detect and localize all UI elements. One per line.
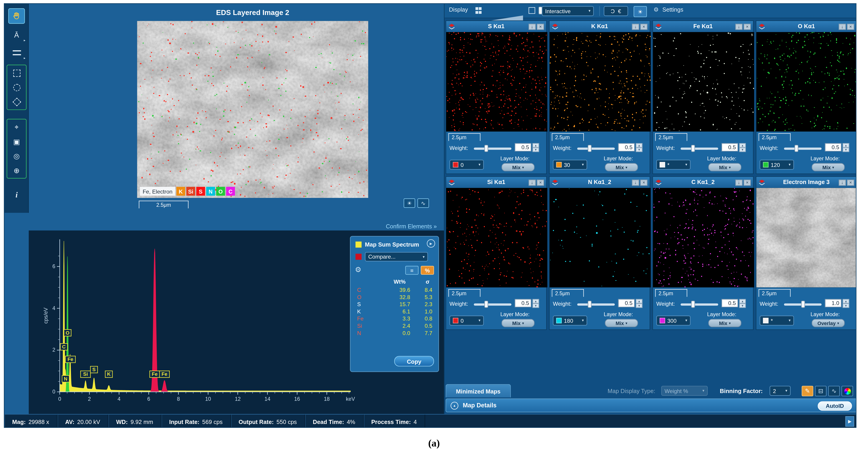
compare-dropdown[interactable]: Compare... ▾ bbox=[365, 252, 428, 261]
select-polygon-tool-button[interactable] bbox=[9, 96, 24, 107]
map-tile-header[interactable]: O Kα1 ↓ × bbox=[756, 21, 857, 32]
palette-button[interactable] bbox=[841, 386, 853, 396]
close-map-button[interactable]: × bbox=[640, 180, 648, 186]
levels-button[interactable]: ⊟ bbox=[815, 386, 827, 396]
slider-thumb[interactable] bbox=[795, 145, 798, 152]
weight-value[interactable]: 0.5 bbox=[721, 299, 738, 307]
percent-view-toggle[interactable]: % bbox=[421, 266, 434, 275]
map-tile-header[interactable]: C Kα1_2 ↓ × bbox=[653, 177, 753, 188]
map-color-dropdown[interactable]: 30 ▾ bbox=[553, 160, 587, 170]
weight-value[interactable]: 0.5 bbox=[618, 299, 635, 307]
map-color-dropdown[interactable]: * ▾ bbox=[656, 160, 690, 170]
map-tile-header[interactable]: Fe Kα1 ↓ × bbox=[653, 21, 753, 32]
close-map-button[interactable]: × bbox=[847, 180, 854, 186]
weight-stepper[interactable]: ▴▾ bbox=[636, 299, 643, 308]
slider-thumb[interactable] bbox=[588, 301, 592, 308]
point-analysis-button[interactable]: ⌖ bbox=[9, 121, 24, 133]
layer-mode-dropdown[interactable]: Mix▾ bbox=[812, 163, 845, 171]
map-color-dropdown[interactable]: 300 ▾ bbox=[656, 316, 690, 326]
copy-button[interactable]: Copy bbox=[394, 356, 434, 366]
legend-chip-n[interactable]: N bbox=[206, 187, 215, 195]
save-map-button[interactable]: ↓ bbox=[839, 180, 846, 186]
add-analysis-button[interactable]: ⊕ bbox=[9, 164, 24, 176]
weight-value[interactable]: 0.5 bbox=[515, 299, 531, 307]
region-analysis-button[interactable]: ▣ bbox=[9, 135, 24, 147]
save-map-button[interactable]: ↓ bbox=[735, 180, 743, 186]
electron-map-image[interactable] bbox=[756, 188, 857, 287]
select-ellipse-tool-button[interactable] bbox=[9, 81, 24, 93]
curve-button[interactable]: ∿ bbox=[828, 386, 840, 396]
grid-size-icon[interactable] bbox=[475, 7, 483, 14]
legend-chip-o[interactable]: O bbox=[216, 187, 225, 195]
layer-mode-dropdown[interactable]: Mix▾ bbox=[501, 319, 535, 327]
map-display-type-dropdown[interactable]: Weight % ▾ bbox=[661, 386, 708, 396]
weight-slider[interactable] bbox=[474, 148, 512, 150]
save-map-button[interactable]: ↓ bbox=[839, 24, 846, 30]
element-map-image[interactable] bbox=[446, 188, 548, 287]
gamma-tools-group[interactable]: Ɔ € bbox=[604, 6, 628, 16]
close-map-button[interactable]: × bbox=[640, 24, 648, 30]
annotation-tool-button[interactable]: Ā ▸ bbox=[8, 27, 25, 42]
legend-chip-si[interactable]: Si bbox=[186, 187, 195, 195]
legend-chip-c[interactable]: C bbox=[226, 187, 235, 195]
gear-icon[interactable]: ⚙ bbox=[653, 6, 659, 13]
close-map-button[interactable]: × bbox=[744, 24, 751, 30]
close-map-button[interactable]: × bbox=[744, 180, 751, 186]
measure-tool-button[interactable]: ▸ bbox=[8, 45, 25, 60]
weight-value[interactable]: 0.5 bbox=[721, 143, 738, 151]
slider-thumb[interactable] bbox=[485, 145, 488, 152]
play-button[interactable]: ▶ bbox=[427, 239, 435, 247]
select-rect-tool-button[interactable] bbox=[9, 67, 24, 79]
element-map-image[interactable] bbox=[653, 188, 754, 287]
layer-mode-dropdown[interactable]: Mix▾ bbox=[501, 163, 535, 171]
eds-spectrum-chart[interactable]: 024681012141618keV0246cps/eVCOFeNSiSKFeF… bbox=[41, 236, 356, 406]
scroll-right-button[interactable]: ▶ bbox=[845, 416, 854, 427]
weight-slider[interactable] bbox=[577, 303, 615, 306]
weight-slider[interactable] bbox=[784, 303, 822, 306]
binning-factor-dropdown[interactable]: 2 ▾ bbox=[770, 386, 790, 396]
map-tile-header[interactable]: Si Kα1 ↓ × bbox=[446, 177, 546, 188]
legend-chip-k[interactable]: K bbox=[176, 187, 185, 195]
element-map-image[interactable] bbox=[446, 32, 548, 131]
map-color-dropdown[interactable]: 120 ▾ bbox=[760, 160, 794, 170]
close-map-button[interactable]: × bbox=[537, 24, 544, 30]
save-map-button[interactable]: ↓ bbox=[735, 24, 743, 30]
layer-mode-dropdown[interactable]: Mix▾ bbox=[605, 319, 638, 327]
interaction-mode-dropdown[interactable]: Interactive ▾ bbox=[542, 6, 594, 16]
weight-stepper[interactable]: ▴▾ bbox=[739, 143, 746, 152]
element-map-image[interactable] bbox=[550, 188, 651, 287]
save-map-button[interactable]: ↓ bbox=[632, 24, 639, 30]
autoid-button[interactable]: AutoID bbox=[818, 401, 852, 410]
weight-value[interactable]: 0.5 bbox=[825, 143, 842, 151]
slider-thumb[interactable] bbox=[691, 301, 695, 308]
close-map-button[interactable]: × bbox=[847, 24, 854, 30]
slider-thumb[interactable] bbox=[691, 145, 695, 152]
weight-value[interactable]: 0.5 bbox=[515, 143, 531, 151]
brightness-button[interactable]: ☀ bbox=[634, 6, 647, 17]
weight-slider[interactable] bbox=[474, 303, 512, 306]
single-map-icon[interactable] bbox=[529, 7, 535, 14]
pan-tool-button[interactable] bbox=[8, 8, 25, 24]
weight-slider[interactable] bbox=[577, 148, 615, 150]
circle-analysis-button[interactable]: ◎ bbox=[9, 150, 24, 162]
map-tile-header[interactable]: S Kα1 ↓ × bbox=[446, 21, 546, 32]
curve-view-button[interactable]: ∿ bbox=[417, 198, 429, 208]
settings-label[interactable]: Settings bbox=[662, 6, 683, 13]
map-color-dropdown[interactable]: * ▾ bbox=[760, 316, 794, 326]
list-view-toggle[interactable]: ≡ bbox=[405, 266, 418, 275]
layer-mode-dropdown[interactable]: Overlay▾ bbox=[812, 319, 845, 327]
weight-stepper[interactable]: ▴▾ bbox=[739, 299, 746, 308]
weight-stepper[interactable]: ▴▾ bbox=[532, 143, 539, 152]
weight-stepper[interactable]: ▴▾ bbox=[842, 299, 849, 308]
weight-value[interactable]: 0.5 bbox=[618, 143, 635, 151]
weight-slider[interactable] bbox=[784, 148, 822, 150]
weight-stepper[interactable]: ▴▾ bbox=[842, 143, 849, 152]
save-map-button[interactable]: ↓ bbox=[529, 24, 536, 30]
layered-sem-image[interactable]: Fe, Electron K Si S N O C bbox=[137, 21, 368, 198]
minimized-maps-tab[interactable]: Minimized Maps bbox=[446, 384, 511, 397]
element-map-image[interactable] bbox=[653, 32, 754, 131]
gear-icon[interactable]: ⚙ bbox=[355, 265, 361, 273]
close-map-button[interactable]: × bbox=[537, 180, 544, 186]
info-button[interactable]: i bbox=[8, 187, 25, 203]
map-details-bar[interactable]: ▲ Map Details AutoID bbox=[446, 399, 857, 412]
